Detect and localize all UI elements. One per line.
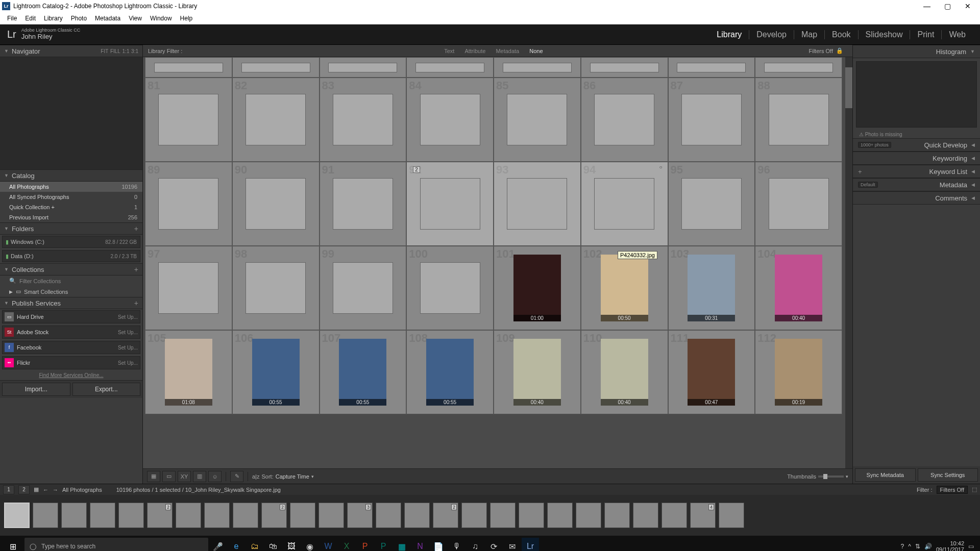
setup-link[interactable]: Set Up...: [118, 330, 138, 335]
filmstrip-thumb[interactable]: [547, 503, 573, 528]
grid-cell[interactable]: 11100:47: [668, 330, 755, 414]
taskbar-clock[interactable]: 10:42 09/11/2017: [936, 540, 964, 551]
thumbnail-slider[interactable]: [818, 475, 844, 478]
grid-cell[interactable]: 91: [320, 162, 407, 246]
sort-value[interactable]: Capture Time: [276, 473, 309, 480]
survey-view-button[interactable]: ▥: [193, 471, 206, 482]
publish-add-icon[interactable]: +: [134, 299, 138, 307]
grid-cell[interactable]: 90: [232, 162, 320, 246]
grid-cell[interactable]: [145, 57, 232, 78]
grid-cell[interactable]: 86: [581, 78, 668, 162]
module-library[interactable]: Library: [709, 30, 749, 39]
grid-cell[interactable]: [494, 57, 581, 78]
nav-ratio-11[interactable]: 1:1: [122, 48, 130, 54]
catalog-header[interactable]: ▼ Catalog: [0, 169, 142, 182]
filter-text[interactable]: Text: [439, 48, 459, 54]
lock-icon[interactable]: 🔒: [836, 47, 843, 54]
filmstrip-thumb[interactable]: [376, 503, 401, 528]
compare-view-button[interactable]: XY: [178, 471, 191, 482]
secondary-display-button[interactable]: 2: [18, 485, 30, 494]
setup-link[interactable]: Set Up...: [118, 345, 138, 350]
grid-cell[interactable]: 10400:40: [755, 246, 842, 330]
nav-ratio-31[interactable]: 3:1: [131, 48, 138, 54]
setup-link[interactable]: Set Up...: [118, 314, 138, 320]
taskbar-search[interactable]: ◯ Type here to search: [24, 538, 208, 551]
nav-ratio-fit[interactable]: FIT: [101, 48, 108, 54]
menu-window[interactable]: Window: [146, 15, 176, 22]
breadcrumb[interactable]: All Photographs: [62, 487, 102, 493]
filmstrip-thumb[interactable]: 3: [347, 503, 373, 528]
filmstrip-thumb[interactable]: [662, 503, 687, 528]
filmstrip-thumb[interactable]: [404, 503, 430, 528]
app-icon[interactable]: ▦: [393, 538, 410, 551]
store-icon[interactable]: 🛍: [264, 538, 282, 551]
publish-adobestock[interactable]: St Adobe Stock Set Up...: [2, 325, 140, 339]
grid-cell[interactable]: 100: [406, 246, 494, 330]
publisher-icon[interactable]: P: [375, 538, 392, 551]
module-slideshow[interactable]: Slideshow: [858, 30, 910, 39]
catalog-item-all[interactable]: All Photographs10196: [0, 182, 142, 192]
filmstrip-thumb[interactable]: [204, 503, 230, 528]
filmstrip[interactable]: 22324: [0, 495, 980, 536]
grid-cell[interactable]: 87: [668, 78, 755, 162]
publish-flickr[interactable]: •• Flickr Set Up...: [2, 356, 140, 369]
onenote-icon[interactable]: N: [411, 538, 429, 551]
filmstrip-thumb[interactable]: 2: [147, 503, 173, 528]
folders-header[interactable]: ▼ Folders +: [0, 222, 142, 235]
module-print[interactable]: Print: [910, 30, 941, 39]
grid-cell[interactable]: 88: [755, 78, 842, 162]
histogram-header[interactable]: Histogram▼: [853, 45, 980, 58]
grid-cell[interactable]: 85: [494, 78, 581, 162]
grid-cell[interactable]: 10600:55: [232, 330, 320, 414]
filmstrip-thumb[interactable]: [233, 503, 258, 528]
menu-view[interactable]: View: [125, 15, 146, 22]
sync-metadata-button[interactable]: Sync Metadata: [855, 468, 916, 482]
grid-cell[interactable]: 10700:55: [320, 330, 407, 414]
folders-add-icon[interactable]: +: [134, 224, 138, 233]
filmstrip-thumb[interactable]: 4: [690, 503, 716, 528]
sort-chevron-icon[interactable]: ▾: [311, 474, 314, 479]
word-icon[interactable]: W: [320, 538, 337, 551]
menu-edit[interactable]: Edit: [21, 15, 40, 22]
publish-header[interactable]: ▼ Publish Services +: [0, 297, 142, 309]
keywording-header[interactable]: Keywording◀: [853, 152, 980, 165]
filmstrip-thumb[interactable]: [719, 503, 744, 528]
module-book[interactable]: Book: [824, 30, 857, 39]
grid-cell[interactable]: 94○: [581, 162, 668, 246]
notifications-icon[interactable]: ▭: [968, 543, 974, 550]
start-button[interactable]: ⊞: [2, 536, 23, 551]
network-icon[interactable]: ⇅: [915, 543, 920, 550]
notepad-icon[interactable]: 📄: [430, 538, 447, 551]
import-button[interactable]: Import...: [2, 383, 70, 396]
collections-filter[interactable]: 🔍 Filter Collections: [0, 276, 142, 286]
audio-icon[interactable]: ♫: [467, 538, 484, 551]
grid-cell[interactable]: 922: [406, 162, 494, 246]
find-services-link[interactable]: Find More Services Online...: [0, 370, 142, 380]
filter-switch-icon[interactable]: ⬚: [972, 486, 977, 493]
explorer-icon[interactable]: 🗂: [246, 538, 263, 551]
grid-cell[interactable]: [581, 57, 668, 78]
collections-header[interactable]: ▼ Collections +: [0, 263, 142, 276]
publish-harddrive[interactable]: ▭ Hard Drive Set Up...: [2, 310, 140, 323]
grid-cell[interactable]: [668, 57, 755, 78]
catalog-item-previous[interactable]: Previous Import256: [0, 212, 142, 222]
filmstrip-thumb[interactable]: [490, 503, 516, 528]
module-develop[interactable]: Develop: [749, 30, 794, 39]
navigator-header[interactable]: ▼ Navigator FIT FILL 1:1 3:1: [0, 45, 142, 57]
painter-button[interactable]: ✎: [230, 471, 243, 482]
grid-cell[interactable]: 81: [145, 78, 232, 162]
menu-photo[interactable]: Photo: [67, 15, 91, 22]
filmstrip-thumb[interactable]: [519, 503, 544, 528]
filmstrip-thumb[interactable]: [290, 503, 315, 528]
filmstrip-thumb[interactable]: [576, 503, 601, 528]
sort-direction-icon[interactable]: a|z: [252, 473, 259, 480]
metadata-header[interactable]: Default Metadata◀: [853, 178, 980, 191]
sync-settings-button[interactable]: Sync Settings: [918, 468, 978, 482]
filmstrip-thumb[interactable]: [633, 503, 658, 528]
photos-icon[interactable]: 🖼: [283, 538, 300, 551]
filters-off-label[interactable]: Filters Off: [809, 48, 833, 54]
loupe-view-button[interactable]: ▭: [162, 471, 176, 482]
filters-off-select[interactable]: Filters Off: [937, 486, 968, 494]
menu-metadata[interactable]: Metadata: [91, 15, 125, 22]
filmstrip-thumb[interactable]: [4, 503, 30, 528]
